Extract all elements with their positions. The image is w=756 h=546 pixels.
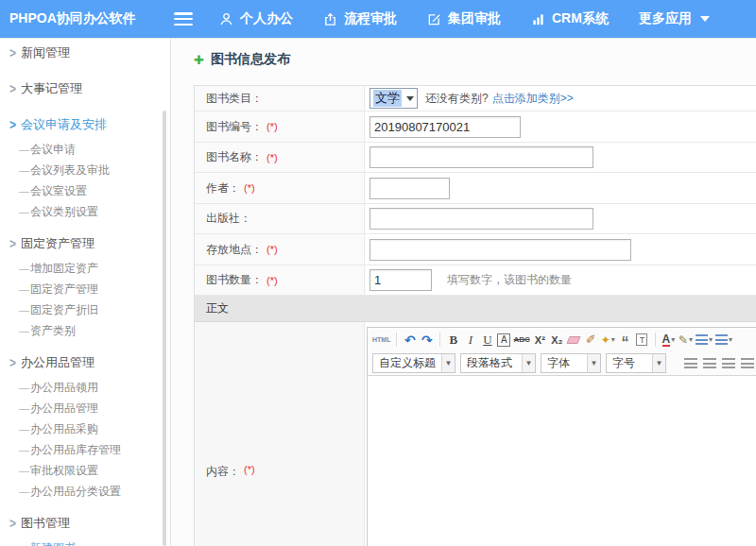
source-code-icon[interactable]: HTML (372, 332, 390, 349)
highlight-pen-icon[interactable]: ✎▾ (679, 332, 693, 349)
dash-icon: — (19, 444, 30, 455)
sidebar-item-sub[interactable]: —固定资产折旧 (0, 299, 170, 320)
sidebar-item-label: 增加固定资产 (30, 261, 98, 277)
form-row-label: 出版社： (195, 204, 365, 233)
sidebar-item-sub[interactable]: —会议类别设置 (0, 201, 170, 222)
justify-icon[interactable] (740, 355, 754, 372)
dash-icon: — (19, 465, 30, 476)
toolbar-dropdown[interactable]: 字体▼ (541, 353, 601, 373)
sidebar-item-sub[interactable]: —资产类别 (0, 320, 170, 341)
form-row-content (365, 234, 756, 264)
align-left-icon[interactable] (683, 355, 697, 372)
topbar-nav-item[interactable]: CRM系统 (531, 10, 609, 27)
sidebar-item-sub[interactable]: —增加固定资产 (0, 258, 170, 279)
sidebar-item-sub[interactable]: —办公用品管理 (0, 398, 170, 418)
sidebar-scrollbar[interactable] (163, 111, 166, 546)
sidebar-item-group[interactable]: >大事记管理 (0, 75, 170, 103)
caret-down-icon: ▾ (611, 335, 615, 344)
category-question: 还没有类别? (425, 91, 489, 107)
form-row-label: 图书编号：(*) (195, 111, 365, 142)
paste-text-icon[interactable]: T (635, 332, 649, 349)
form-row: 图书数量：(*)填写数字，该图书的数量 (195, 265, 756, 296)
sidebar-item-label: 办公用品分类设置 (30, 484, 121, 500)
ordered-list-icon[interactable]: ▾ (696, 332, 713, 349)
caret-down-icon: ▾ (689, 335, 693, 344)
sidebar-item-sub[interactable]: —会议室设置 (0, 180, 170, 201)
top-nav: 个人办公流程审批集团审批CRM系统更多应用 (219, 10, 710, 27)
remove-format-icon[interactable] (567, 332, 581, 349)
category-select[interactable]: 文学 (369, 88, 418, 109)
section-header-text: 正文 (206, 300, 229, 316)
sidebar-item-group[interactable]: >固定资产管理 (0, 230, 170, 258)
font-color-icon-glyph: A (662, 333, 671, 347)
align-right-icon[interactable] (721, 355, 735, 372)
form-input[interactable] (369, 146, 593, 168)
dash-icon: — (19, 263, 30, 274)
content-label: 内容： (*) (195, 322, 365, 546)
form-row-category: 图书类目： 文学 还没有类别? 点击添加类别>> (195, 86, 756, 111)
sidebar-item-sub[interactable]: —固定资产管理 (0, 279, 170, 299)
sidebar-item-sub[interactable]: —办公用品领用 (0, 377, 170, 398)
sidebar-item-group[interactable]: >图书管理 (0, 509, 170, 537)
form-input[interactable] (369, 178, 450, 199)
form-row: 存放地点：(*) (195, 234, 756, 265)
subscript-icon[interactable]: X₂ (550, 332, 564, 349)
sidebar-item-sub[interactable]: —办公用品分类设置 (0, 481, 170, 502)
sidebar-item-sub[interactable]: —审批权限设置 (0, 460, 170, 481)
redo-icon[interactable]: ↷ (420, 332, 434, 349)
strikethrough-icon[interactable]: ABC (513, 332, 529, 349)
dash-icon: — (19, 542, 30, 546)
form-input[interactable] (369, 208, 593, 230)
format-brush-icon[interactable]: ✐ (584, 332, 598, 349)
sidebar-item-label: 新闻管理 (21, 44, 70, 61)
auto-format-icon[interactable]: ✦▾ (601, 332, 615, 349)
topbar-nav-item[interactable]: 流程审批 (323, 10, 397, 27)
sidebar-item-sub[interactable]: —会议列表及审批 (0, 160, 170, 180)
undo-icon[interactable]: ↶ (403, 332, 417, 349)
sidebar-item-sub[interactable]: —办公用品采购 (0, 418, 170, 439)
topbar-nav-item[interactable]: 集团审批 (427, 10, 501, 27)
add-category-link[interactable]: 点击添加类别>> (492, 91, 574, 107)
toolbar-dropdown[interactable]: 自定义标题▼ (372, 353, 455, 373)
font-color-icon[interactable]: A▾ (662, 332, 676, 349)
editor-content-area[interactable] (368, 376, 756, 546)
sidebar-item-group[interactable]: >会议申请及安排 (0, 111, 170, 139)
sidebar-item-sub[interactable]: —会议申请 (0, 139, 170, 160)
italic-icon[interactable]: I (463, 332, 477, 349)
content-wrap: >新闻管理>大事记管理>会议申请及安排—会议申请—会议列表及审批—会议室设置—会… (0, 38, 756, 546)
dash-icon: — (19, 382, 30, 393)
page-title: ✚ 图书信息发布 (194, 51, 756, 68)
topbar-nav-item[interactable]: 个人办公 (219, 10, 293, 27)
font-border-icon-glyph: A (501, 334, 507, 346)
sidebar-item-sub[interactable]: —办公用品库存管理 (0, 439, 170, 460)
dash-icon: — (19, 144, 30, 155)
sidebar-item-sub[interactable]: —新建图书 (0, 537, 170, 546)
required-mark: (*) (244, 182, 255, 194)
sidebar-item-label: 固定资产折旧 (30, 302, 98, 318)
superscript-icon[interactable]: X² (533, 332, 547, 349)
form-input[interactable] (369, 239, 631, 261)
align-center-icon[interactable] (702, 355, 716, 372)
form-input[interactable] (369, 269, 432, 291)
dash-icon: — (19, 283, 30, 295)
sidebar-item-label: 会议室设置 (30, 183, 87, 199)
sidebar-item-label: 新建图书 (30, 540, 76, 546)
form-row-content: 内容： (*) HTML↶↷BIUAABCX²X₂✐✦▾“TA▾✎▾▾▾ 自定义… (195, 322, 756, 546)
underline-icon[interactable]: U (480, 332, 494, 349)
unordered-list-icon[interactable]: ▾ (715, 332, 732, 349)
required-mark: (*) (266, 244, 278, 255)
hamburger-icon[interactable] (174, 12, 193, 26)
toolbar-dropdown-value: 字号 (607, 355, 652, 371)
bold-icon[interactable]: B (446, 332, 460, 349)
approval-flow-icon (323, 12, 337, 26)
toolbar-dropdown[interactable]: 字号▼ (606, 353, 666, 373)
form-input[interactable] (369, 116, 521, 138)
blockquote-icon[interactable]: “ (618, 332, 632, 349)
sidebar-item-group[interactable]: >办公用品管理 (0, 349, 170, 377)
font-border-icon[interactable]: A (497, 333, 510, 347)
sidebar-item-group[interactable]: >新闻管理 (0, 39, 170, 67)
topbar-nav-item[interactable]: 更多应用 (639, 10, 710, 27)
toolbar-dropdown[interactable]: 段落格式▼ (460, 353, 536, 373)
bold-icon-glyph: B (450, 333, 458, 348)
book-form: 图书类目： 文学 还没有类别? 点击添加类别>> 图书编号：(*)图书名称：(*… (194, 85, 756, 546)
